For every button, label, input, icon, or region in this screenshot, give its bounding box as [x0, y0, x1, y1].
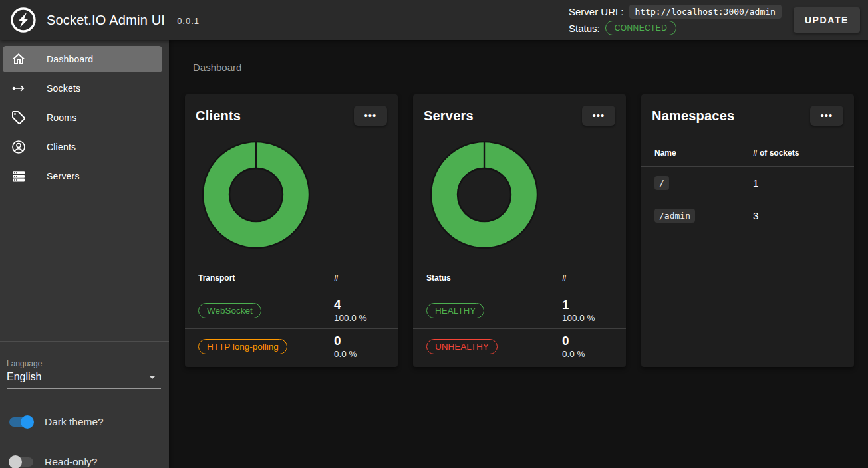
- server-info: Server URL: http://localhost:3000/admin …: [569, 5, 782, 35]
- sidebar: Dashboard Sockets Rooms: [0, 40, 169, 468]
- percent-value: 100.0 %: [334, 312, 387, 324]
- servers-donut-chart: [430, 141, 538, 249]
- main-content: Dashboard Clients •••: [169, 40, 868, 468]
- readonly-switch[interactable]: [9, 457, 33, 467]
- sidebar-settings: Language English Dark theme? Read-only?: [0, 341, 169, 468]
- tag-icon: [11, 110, 27, 126]
- status-badge: CONNECTED: [605, 21, 677, 35]
- server-stack-icon: [11, 168, 27, 184]
- percent-value: 100.0 %: [562, 312, 615, 324]
- column-header: Transport: [198, 273, 334, 283]
- column-header: # of sockets: [753, 148, 843, 158]
- column-header: #: [562, 273, 615, 283]
- servers-card-title: Servers: [424, 108, 474, 124]
- language-select[interactable]: English: [7, 368, 161, 389]
- status-label: Status:: [569, 23, 600, 34]
- status-badge: HEALTHY: [426, 303, 484, 318]
- status-badge: UNHEALTHY: [426, 339, 498, 354]
- clients-table: Transport # WebSocket 4100.0 % HTTP long…: [185, 263, 398, 364]
- sidebar-nav: Dashboard Sockets Rooms: [0, 40, 169, 192]
- clients-card: Clients ••• Transport #: [185, 94, 398, 367]
- servers-table: Status # HEALTHY 1100.0 % UNHEALTHY 00.0…: [413, 263, 626, 364]
- count-value: 0: [562, 333, 615, 348]
- dark-theme-label: Dark theme?: [45, 416, 104, 428]
- socket-arrow-icon: [11, 80, 27, 96]
- dark-theme-toggle-row[interactable]: Dark theme?: [9, 416, 161, 428]
- more-options-icon[interactable]: •••: [354, 106, 387, 126]
- dark-theme-switch[interactable]: [9, 417, 33, 427]
- table-row: WebSocket 4100.0 %: [185, 292, 398, 328]
- column-header: #: [334, 273, 387, 283]
- sidebar-item-label: Sockets: [47, 83, 80, 94]
- table-row: HEALTHY 1100.0 %: [413, 292, 626, 328]
- chevron-down-icon: [149, 376, 156, 379]
- more-options-icon[interactable]: •••: [810, 106, 843, 126]
- sidebar-item-clients[interactable]: Clients: [3, 134, 162, 160]
- namespaces-card-title: Namespaces: [652, 108, 734, 124]
- socket-count: 1: [753, 177, 843, 189]
- clients-card-title: Clients: [196, 108, 241, 124]
- update-button[interactable]: UPDATE: [794, 7, 860, 33]
- table-row: HTTP long-polling 00.0 %: [185, 328, 398, 364]
- home-icon: [11, 51, 27, 67]
- sidebar-item-label: Dashboard: [47, 54, 93, 64]
- namespaces-card: Namespaces ••• Name # of sockets / 1 /ad…: [641, 94, 854, 367]
- namespaces-table: Name # of sockets / 1 /admin 3: [641, 140, 854, 231]
- column-header: Name: [654, 148, 753, 158]
- transport-badge: HTTP long-polling: [198, 339, 287, 354]
- sidebar-item-label: Clients: [47, 142, 76, 152]
- breadcrumb: Dashboard: [193, 62, 868, 73]
- sidebar-item-rooms[interactable]: Rooms: [3, 104, 162, 131]
- app-bar: Socket.IO Admin UI 0.0.1 Server URL: htt…: [0, 0, 868, 40]
- server-url-label: Server URL:: [569, 6, 624, 17]
- servers-card: Servers ••• Status #: [413, 94, 626, 367]
- sidebar-item-label: Rooms: [47, 112, 76, 123]
- count-value: 4: [334, 297, 387, 312]
- percent-value: 0.0 %: [562, 348, 615, 360]
- percent-value: 0.0 %: [334, 348, 387, 360]
- readonly-label: Read-only?: [45, 456, 97, 468]
- server-url-value: http://localhost:3000/admin: [629, 5, 782, 19]
- table-row[interactable]: / 1: [641, 166, 854, 199]
- more-options-icon[interactable]: •••: [582, 106, 615, 126]
- sidebar-item-servers[interactable]: Servers: [3, 163, 162, 189]
- sidebar-item-dashboard[interactable]: Dashboard: [3, 46, 162, 72]
- language-label: Language: [7, 359, 161, 368]
- column-header: Status: [426, 273, 562, 283]
- account-circle-icon: [11, 139, 27, 155]
- count-value: 1: [562, 297, 615, 312]
- app-version: 0.0.1: [177, 16, 200, 26]
- table-row: UNHEALTHY 00.0 %: [413, 328, 626, 364]
- socketio-logo-icon: [9, 6, 37, 34]
- readonly-toggle-row[interactable]: Read-only?: [9, 456, 161, 468]
- sidebar-item-label: Servers: [47, 171, 80, 181]
- transport-badge: WebSocket: [198, 303, 261, 318]
- language-value: English: [7, 371, 41, 383]
- namespace-name: /admin: [654, 209, 695, 223]
- table-row[interactable]: /admin 3: [641, 199, 854, 231]
- clients-donut-chart: [202, 141, 310, 249]
- app-title: Socket.IO Admin UI: [47, 13, 165, 28]
- socket-count: 3: [753, 210, 843, 221]
- sidebar-item-sockets[interactable]: Sockets: [3, 75, 162, 102]
- namespace-name: /: [654, 176, 669, 190]
- count-value: 0: [334, 333, 387, 348]
